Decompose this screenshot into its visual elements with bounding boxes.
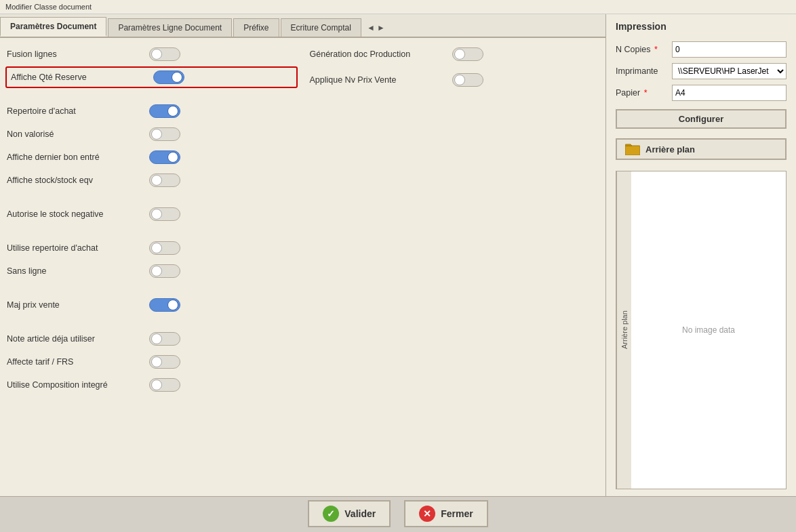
tab-ecriture[interactable]: Ecriture Comptal <box>281 18 361 37</box>
input-n-copies[interactable] <box>672 41 787 58</box>
label-generation-doc: Génération doc Production <box>310 49 445 59</box>
folder-icon <box>625 143 640 155</box>
label-affecte-tarif: Affecte tarif / FRS <box>7 357 142 367</box>
required-star-copies: * <box>654 45 658 54</box>
param-row-sans-ligne: Sans ligne <box>7 262 296 281</box>
btn-fermer[interactable]: ✕ Fermer <box>404 500 487 527</box>
toggle-affiche-dernier-bon[interactable] <box>149 150 180 164</box>
svg-rect-0 <box>625 146 640 155</box>
param-row-repertoire-achat: Repertoire d'achat <box>7 102 296 121</box>
label-fusion-lignes: Fusion lignes <box>7 49 142 59</box>
arriere-plan-vertical-label: Arrière plan <box>616 171 631 489</box>
toggle-utilise-repertoire[interactable] <box>149 241 180 255</box>
param-row-affiche-qte-reserve: Affiche Qté Reserve <box>5 66 298 88</box>
label-papier: Papier * <box>616 88 666 98</box>
label-utilise-composition: Utilise Composition integré <box>7 380 142 390</box>
label-applique-nv-prix: Applique Nv Prix Vente <box>310 75 445 85</box>
param-row-maj-prix-vente: Maj prix vente <box>7 295 296 314</box>
label-autorise-stock: Autorise le stock negative <box>7 209 142 219</box>
param-row-affiche-stock: Affiche stock/stock eqv <box>7 171 296 190</box>
tabs-row: Paramètres Document Paramètres Ligne Doc… <box>0 14 605 38</box>
title-text: Modifier Classe document <box>5 3 92 11</box>
label-non-valorise: Non valorisé <box>7 129 142 139</box>
toggle-generation-doc[interactable] <box>452 47 483 61</box>
title-bar: Modifier Classe document <box>0 0 796 14</box>
tab-params-ligne[interactable]: Paramètres Ligne Document <box>108 18 232 37</box>
image-preview: Arrière plan No image data <box>616 171 787 489</box>
param-row-fusion-lignes: Fusion lignes <box>7 45 296 64</box>
label-n-copies: N Copies * <box>616 45 666 54</box>
label-affiche-stock: Affiche stock/stock eqv <box>7 176 142 185</box>
input-papier[interactable] <box>672 85 787 101</box>
tab-arrows[interactable]: ◄ ► <box>363 19 389 37</box>
no-image-text: No image data <box>682 325 735 335</box>
impression-row-copies: N Copies * <box>616 41 787 58</box>
close-icon: ✕ <box>419 506 435 522</box>
right-panel: Impression N Copies * Imprimante \\SERVE… <box>606 14 796 496</box>
toggle-affecte-tarif[interactable] <box>149 355 180 369</box>
image-area: No image data <box>631 171 786 489</box>
label-utilise-repertoire: Utilise repertoire d'achat <box>7 243 142 253</box>
param-row-note-article: Note article déja utiliser <box>7 329 296 348</box>
toggle-autorise-stock[interactable] <box>149 207 180 221</box>
left-column: Fusion lignes Affiche Qté Reserve Repert… <box>7 45 296 489</box>
impression-title: Impression <box>616 21 787 32</box>
param-row-applique-nv-prix: Applique Nv Prix Vente <box>310 70 599 89</box>
label-note-article: Note article déja utiliser <box>7 334 142 344</box>
toggle-maj-prix-vente[interactable] <box>149 298 180 312</box>
toggle-sans-ligne[interactable] <box>149 264 180 278</box>
footer: ✓ Valider ✕ Fermer <box>0 496 796 530</box>
toggle-note-article[interactable] <box>149 332 180 346</box>
toggle-applique-nv-prix[interactable] <box>452 73 483 87</box>
btn-configurer[interactable]: Configurer <box>616 109 787 129</box>
toggle-utilise-composition[interactable] <box>149 378 180 392</box>
toggle-non-valorise[interactable] <box>149 127 180 141</box>
label-maj-prix-vente: Maj prix vente <box>7 300 142 310</box>
impression-row-papier: Papier * <box>616 85 787 101</box>
param-row-utilise-repertoire: Utilise repertoire d'achat <box>7 239 296 258</box>
toggle-affiche-qte-reserve[interactable] <box>153 70 184 84</box>
toggle-repertoire-achat[interactable] <box>149 104 180 118</box>
param-row-affiche-dernier-bon: Affiche dernier bon entré <box>7 148 296 167</box>
btn-valider[interactable]: ✓ Valider <box>308 500 391 527</box>
left-panel: Paramètres Document Paramètres Ligne Doc… <box>0 14 606 496</box>
toggle-fusion-lignes[interactable] <box>149 47 180 61</box>
label-sans-ligne: Sans ligne <box>7 266 142 276</box>
label-repertoire-achat: Repertoire d'achat <box>7 106 142 116</box>
param-row-autorise-stock: Autorise le stock negative <box>7 205 296 224</box>
toggle-affiche-stock[interactable] <box>149 173 180 187</box>
param-row-non-valorise: Non valorisé <box>7 125 296 144</box>
select-imprimante[interactable]: \\SERVEUR\HP LaserJet <box>672 63 787 79</box>
tab-params-doc[interactable]: Paramètres Document <box>0 17 106 37</box>
required-star-papier: * <box>644 88 648 98</box>
label-imprimante: Imprimante <box>616 66 666 76</box>
check-icon: ✓ <box>323 506 339 522</box>
params-content: Fusion lignes Affiche Qté Reserve Repert… <box>0 38 605 496</box>
main-container: Paramètres Document Paramètres Ligne Doc… <box>0 14 796 496</box>
right-column: Génération doc Production Applique Nv Pr… <box>296 45 599 489</box>
label-affiche-qte-reserve: Affiche Qté Reserve <box>11 73 146 82</box>
param-row-generation-doc: Génération doc Production <box>310 45 599 64</box>
impression-row-imprimante: Imprimante \\SERVEUR\HP LaserJet <box>616 63 787 79</box>
btn-arriere-plan[interactable]: Arrière plan <box>616 138 787 160</box>
param-row-utilise-composition: Utilise Composition integré <box>7 375 296 394</box>
label-affiche-dernier-bon: Affiche dernier bon entré <box>7 152 142 162</box>
param-row-affecte-tarif: Affecte tarif / FRS <box>7 352 296 371</box>
tab-prefixe[interactable]: Préfixe <box>233 18 279 37</box>
